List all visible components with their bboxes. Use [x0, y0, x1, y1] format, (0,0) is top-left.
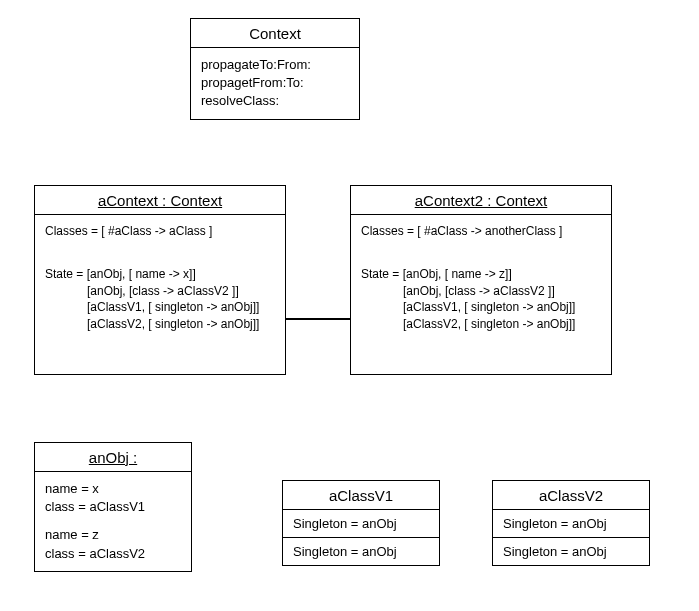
object-title-text: aClassV1	[329, 487, 393, 504]
slot-line: name = z	[45, 526, 181, 544]
object-acontext: aContext : Context Classes = [ #aClass -…	[34, 185, 286, 375]
operation: propagateTo:From:	[201, 56, 349, 74]
classes-slot: Classes = [ #aClass -> anotherClass ]	[361, 223, 601, 240]
object-acontext-title: aContext : Context	[35, 186, 285, 215]
state-line: [aClassV1, [ singleton -> anObj]]	[361, 299, 601, 316]
class-name: Context	[249, 25, 301, 42]
state-line: [anObj, [class -> aClassV2 ]]	[45, 283, 275, 300]
state-line: [anObj, [class -> aClassV2 ]]	[361, 283, 601, 300]
object-anobj-title: anObj :	[35, 443, 191, 472]
object-anobj-body: name = x class = aClassV1 name = z class…	[35, 472, 191, 571]
object-anobj: anObj : name = x class = aClassV1 name =…	[34, 442, 192, 572]
association-line	[286, 318, 350, 320]
object-acontext2-body: Classes = [ #aClass -> anotherClass ] St…	[351, 215, 611, 341]
spacer	[45, 516, 181, 526]
object-aclassv1-title: aClassV1	[283, 481, 439, 510]
operation: resolveClass:	[201, 92, 349, 110]
slot-row: Singleton = anObj	[283, 510, 439, 538]
state-line: [aClassV2, [ singleton -> anObj]]	[45, 316, 275, 333]
object-acontext2-title: aContext2 : Context	[351, 186, 611, 215]
object-aclassv2-title: aClassV2	[493, 481, 649, 510]
object-aclassv1: aClassV1 Singleton = anObj Singleton = a…	[282, 480, 440, 566]
state-line: [aClassV2, [ singleton -> anObj]]	[361, 316, 601, 333]
slot-line: name = x	[45, 480, 181, 498]
object-title-text: anObj :	[89, 449, 137, 466]
slot-row: Singleton = anObj	[493, 510, 649, 538]
object-title-text: aClassV2	[539, 487, 603, 504]
operation: propagetFrom:To:	[201, 74, 349, 92]
state-line: State = [anObj, [ name -> x]]	[45, 266, 275, 283]
object-acontext2: aContext2 : Context Classes = [ #aClass …	[350, 185, 612, 375]
class-context: Context propagateTo:From: propagetFrom:T…	[190, 18, 360, 120]
class-context-operations: propagateTo:From: propagetFrom:To: resol…	[191, 48, 359, 119]
classes-slot: Classes = [ #aClass -> aClass ]	[45, 223, 275, 240]
state-line: State = [anObj, [ name -> z]]	[361, 266, 601, 283]
state-line: [aClassV1, [ singleton -> anObj]]	[45, 299, 275, 316]
object-acontext-body: Classes = [ #aClass -> aClass ] State = …	[35, 215, 285, 341]
state-slot: State = [anObj, [ name -> z]] [anObj, [c…	[361, 266, 601, 333]
slot-row: Singleton = anObj	[283, 538, 439, 565]
class-context-title: Context	[191, 19, 359, 48]
slot-line: class = aClassV1	[45, 498, 181, 516]
object-title-text: aContext2 : Context	[415, 192, 548, 209]
slot-line: class = aClassV2	[45, 545, 181, 563]
object-aclassv2: aClassV2 Singleton = anObj Singleton = a…	[492, 480, 650, 566]
object-title-text: aContext : Context	[98, 192, 222, 209]
slot-row: Singleton = anObj	[493, 538, 649, 565]
state-slot: State = [anObj, [ name -> x]] [anObj, [c…	[45, 266, 275, 333]
